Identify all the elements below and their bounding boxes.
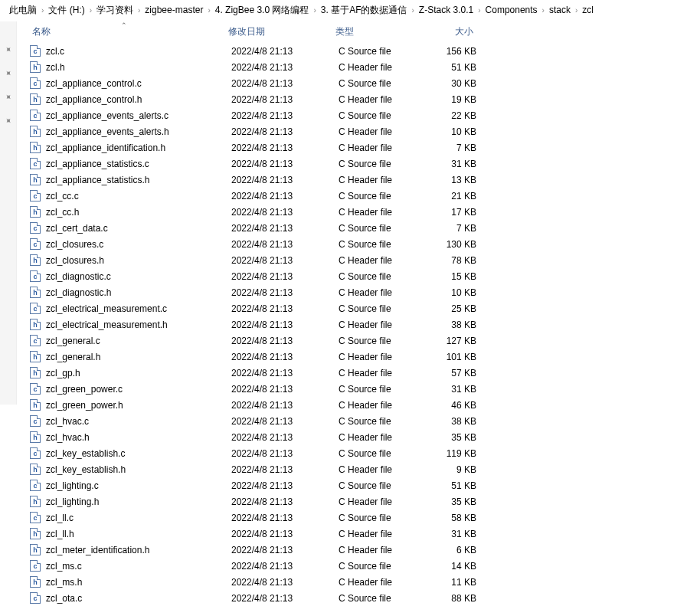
file-row[interactable]: czcl_key_establish.c2022/4/8 21:13C Sour… xyxy=(29,445,687,461)
file-row[interactable]: czcl_appliance_control.c2022/4/8 21:13C … xyxy=(29,75,687,91)
file-row[interactable]: czcl_cc.c2022/4/8 21:13C Source file21 K… xyxy=(29,188,687,204)
file-row[interactable]: czcl_lighting.c2022/4/8 21:13C Source fi… xyxy=(29,477,687,493)
file-name: zcl_key_establish.c xyxy=(46,448,231,459)
file-row[interactable]: czcl.c2022/4/8 21:13C Source file156 KB xyxy=(29,43,687,59)
file-row[interactable]: hzcl_appliance_identification.h2022/4/8 … xyxy=(29,139,687,156)
file-type: C Header file xyxy=(339,464,430,475)
file-row[interactable]: hzcl_hvac.h2022/4/8 21:13C Header file35… xyxy=(29,429,687,445)
file-size: 9 KB xyxy=(430,464,492,475)
file-row[interactable]: czcl_general.c2022/4/8 21:13C Source fil… xyxy=(29,333,687,349)
file-name: zcl_general.h xyxy=(46,352,231,362)
breadcrumb-item[interactable]: 文件 (H:) xyxy=(45,2,87,18)
file-row[interactable]: czcl_green_power.c2022/4/8 21:13C Source… xyxy=(29,381,687,397)
file-row[interactable]: czcl_electrical_measurement.c2022/4/8 21… xyxy=(29,300,687,316)
breadcrumb-item[interactable]: 此电脑 xyxy=(6,2,40,18)
file-row[interactable]: hzcl_gp.h2022/4/8 21:13C Header file57 K… xyxy=(29,365,687,381)
file-name: zcl_electrical_measurement.c xyxy=(46,303,231,314)
file-date: 2022/4/8 21:13 xyxy=(231,480,339,491)
column-header-date[interactable]: 修改日期 xyxy=(228,25,335,38)
file-name: zcl_meter_identification.h xyxy=(46,545,231,555)
column-header-type[interactable]: 类型 xyxy=(335,25,427,38)
file-name: zcl_general.c xyxy=(46,336,231,346)
file-row[interactable]: hzcl_general.h2022/4/8 21:13C Header fil… xyxy=(29,349,687,365)
file-row[interactable]: czcl_appliance_statistics.c2022/4/8 21:1… xyxy=(29,156,687,172)
breadcrumb-item[interactable]: zigbee-master xyxy=(142,3,206,17)
file-row[interactable]: czcl_ll.c2022/4/8 21:13C Source file58 K… xyxy=(29,510,687,526)
pin-icon: ✦ xyxy=(2,67,15,80)
breadcrumb[interactable]: 此电脑›文件 (H:)›学习资料›zigbee-master›4. ZigBee… xyxy=(0,0,687,20)
file-row[interactable]: hzcl_appliance_statistics.h2022/4/8 21:1… xyxy=(29,172,687,188)
column-header-size[interactable]: 大小 xyxy=(427,25,489,38)
breadcrumb-item[interactable]: 4. ZigBee 3.0 网络编程 xyxy=(212,2,312,18)
breadcrumb-item[interactable]: Z-Stack 3.0.1 xyxy=(416,3,476,17)
file-row[interactable]: hzcl_key_establish.h2022/4/8 21:13C Head… xyxy=(29,461,687,477)
file-date: 2022/4/8 21:13 xyxy=(231,271,339,282)
file-row[interactable]: hzcl_green_power.h2022/4/8 21:13C Header… xyxy=(29,397,687,413)
file-name: zcl_closures.c xyxy=(46,239,231,250)
file-date: 2022/4/8 21:13 xyxy=(231,287,339,298)
file-name: zcl_ota.c xyxy=(46,593,231,604)
file-date: 2022/4/8 21:13 xyxy=(231,94,339,105)
file-row[interactable]: czcl_appliance_events_alerts.c2022/4/8 2… xyxy=(29,107,687,123)
breadcrumb-item[interactable]: stack xyxy=(546,3,574,17)
file-size: 14 KB xyxy=(430,561,492,572)
h-file-icon: h xyxy=(29,528,41,540)
file-date: 2022/4/8 21:13 xyxy=(231,175,339,185)
file-row[interactable]: hzcl_electrical_measurement.h2022/4/8 21… xyxy=(29,316,687,333)
file-date: 2022/4/8 21:13 xyxy=(231,400,339,411)
file-size: 38 KB xyxy=(430,416,492,427)
breadcrumb-item[interactable]: zcl xyxy=(579,3,597,17)
file-size: 46 KB xyxy=(430,400,492,411)
c-file-icon: c xyxy=(29,45,41,57)
file-size: 10 KB xyxy=(430,126,492,137)
file-row[interactable]: czcl_cert_data.c2022/4/8 21:13C Source f… xyxy=(29,220,687,236)
file-type: C Source file xyxy=(339,110,430,121)
file-date: 2022/4/8 21:13 xyxy=(231,496,339,507)
file-name: zcl_appliance_events_alerts.c xyxy=(46,110,231,121)
file-name: zcl_diagnostic.c xyxy=(46,271,231,282)
file-type: C Header file xyxy=(339,175,430,185)
file-date: 2022/4/8 21:13 xyxy=(231,368,339,378)
file-type: C Source file xyxy=(339,448,430,459)
h-file-icon: h xyxy=(29,287,41,299)
file-row[interactable]: hzcl_appliance_control.h2022/4/8 21:13C … xyxy=(29,91,687,107)
file-row[interactable]: hzcl_cc.h2022/4/8 21:13C Header file17 K… xyxy=(29,204,687,220)
file-row[interactable]: czcl_hvac.c2022/4/8 21:13C Source file38… xyxy=(29,413,687,429)
file-type: C Source file xyxy=(339,78,430,89)
file-size: 25 KB xyxy=(430,303,492,314)
file-size: 35 KB xyxy=(430,496,492,507)
file-size: 57 KB xyxy=(430,368,492,378)
c-file-icon: c xyxy=(29,383,41,395)
file-date: 2022/4/8 21:13 xyxy=(231,62,339,73)
file-row[interactable]: hzcl_closures.h2022/4/8 21:13C Header fi… xyxy=(29,252,687,268)
file-row[interactable]: hzcl_ll.h2022/4/8 21:13C Header file31 K… xyxy=(29,526,687,542)
file-type: C Source file xyxy=(339,416,430,427)
file-row[interactable]: czcl_ota.c2022/4/8 21:13C Source file88 … xyxy=(29,590,687,606)
file-row[interactable]: hzcl.h2022/4/8 21:13C Header file51 KB xyxy=(29,59,687,75)
file-row[interactable]: hzcl_appliance_events_alerts.h2022/4/8 2… xyxy=(29,123,687,139)
breadcrumb-item[interactable]: 学习资料 xyxy=(93,2,136,18)
h-file-icon: h xyxy=(29,126,41,138)
breadcrumb-item[interactable]: Components xyxy=(483,3,541,17)
c-file-icon: c xyxy=(29,303,41,315)
file-date: 2022/4/8 21:13 xyxy=(231,529,339,539)
column-header-name[interactable]: 名称 xyxy=(29,25,228,38)
file-row[interactable]: czcl_closures.c2022/4/8 21:13C Source fi… xyxy=(29,236,687,252)
breadcrumb-item[interactable]: 3. 基于AF的数据通信 xyxy=(318,2,411,18)
chevron-right-icon: › xyxy=(541,6,546,15)
file-row[interactable]: czcl_diagnostic.c2022/4/8 21:13C Source … xyxy=(29,268,687,284)
file-size: 7 KB xyxy=(430,223,492,234)
file-row[interactable]: hzcl_diagnostic.h2022/4/8 21:13C Header … xyxy=(29,284,687,300)
chevron-right-icon: › xyxy=(574,6,579,15)
file-name: zcl_cert_data.c xyxy=(46,223,231,234)
file-date: 2022/4/8 21:13 xyxy=(231,46,339,57)
pin-icon: ✦ xyxy=(2,115,15,127)
file-date: 2022/4/8 21:13 xyxy=(231,223,339,234)
file-row[interactable]: hzcl_ms.h2022/4/8 21:13C Header file11 K… xyxy=(29,574,687,590)
chevron-right-icon: › xyxy=(312,6,317,15)
file-date: 2022/4/8 21:13 xyxy=(231,448,339,459)
file-row[interactable]: czcl_ms.c2022/4/8 21:13C Source file14 K… xyxy=(29,558,687,574)
file-row[interactable]: hzcl_meter_identification.h2022/4/8 21:1… xyxy=(29,542,687,558)
file-row[interactable]: hzcl_lighting.h2022/4/8 21:13C Header fi… xyxy=(29,493,687,510)
file-date: 2022/4/8 21:13 xyxy=(231,191,339,202)
